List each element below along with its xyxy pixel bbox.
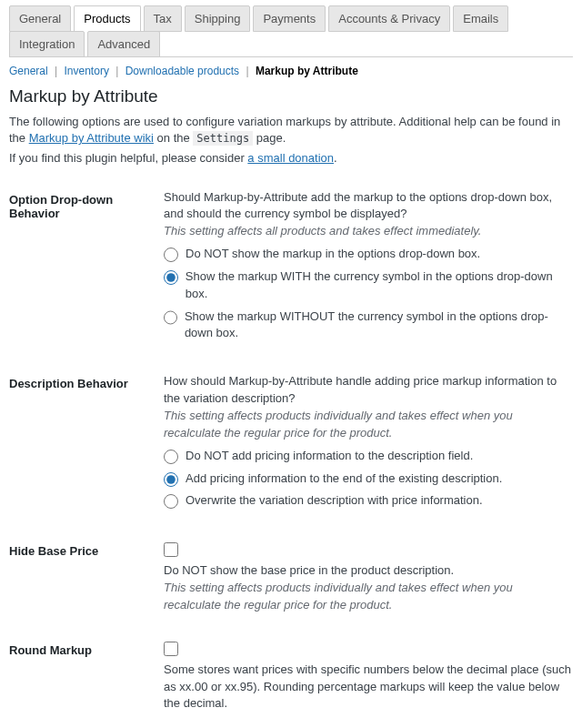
option-dropdown-radio-2-input[interactable] — [164, 270, 178, 285]
option-dropdown-sub: This setting affects all products and ta… — [164, 223, 573, 240]
tab-products[interactable]: Products — [74, 5, 140, 32]
tab-shipping[interactable]: Shipping — [185, 5, 251, 32]
top-tabs: General Products Tax Shipping Payments A… — [9, 5, 573, 57]
description-behavior-radio-1[interactable]: Do NOT add pricing information to the de… — [164, 448, 573, 465]
tab-general[interactable]: General — [9, 5, 71, 32]
sub-nav: General | Inventory | Downloadable produ… — [9, 65, 573, 77]
hide-base-price-checkbox[interactable] — [164, 542, 178, 557]
hide-base-price-checkbox-row[interactable] — [164, 541, 573, 557]
description-behavior-radio-2[interactable]: Add pricing information to the end of th… — [164, 470, 573, 488]
round-markup-checkbox-row[interactable] — [164, 640, 573, 656]
option-dropdown-radio-3[interactable]: Show the markup WITHOUT the currency sym… — [164, 308, 573, 343]
hide-base-price-check-label: Do NOT show the base price in the produc… — [164, 562, 573, 580]
tab-tax[interactable]: Tax — [144, 5, 182, 32]
tab-accounts-privacy[interactable]: Accounts & Privacy — [328, 5, 450, 32]
option-dropdown-label: Option Drop-down Behavior — [9, 178, 164, 363]
option-dropdown-lead: Should Markup-by-Attribute add the marku… — [164, 189, 573, 224]
option-dropdown-radio-2[interactable]: Show the markup WITH the currency symbol… — [164, 268, 573, 303]
description-behavior-sub: This setting affects products individual… — [164, 408, 573, 442]
round-markup-label: Round Markup — [9, 629, 164, 728]
hide-base-price-label: Hide Base Price — [9, 530, 164, 629]
tab-integration[interactable]: Integration — [9, 31, 85, 57]
subnav-inventory[interactable]: Inventory — [65, 65, 109, 77]
intro-text-1: The following options are used to config… — [9, 114, 573, 147]
hide-base-price-sub: This setting affects products individual… — [164, 580, 573, 614]
round-markup-checkbox[interactable] — [164, 642, 178, 656]
description-behavior-radio-3[interactable]: Overwrite the variation description with… — [164, 492, 573, 510]
description-behavior-radio-1-input[interactable] — [164, 450, 178, 464]
subnav-general[interactable]: General — [9, 65, 48, 77]
round-markup-help: Some stores want prices with specific nu… — [164, 662, 573, 713]
tab-emails[interactable]: Emails — [453, 5, 508, 32]
intro-text-2: If you find this plugin helpful, please … — [9, 150, 573, 167]
settings-table: Option Drop-down Behavior Should Markup-… — [9, 178, 573, 728]
description-behavior-radio-2-input[interactable] — [164, 472, 178, 487]
option-dropdown-radio-3-input[interactable] — [164, 310, 177, 325]
tab-payments[interactable]: Payments — [253, 5, 326, 32]
page-title: Markup by Attribute — [9, 86, 573, 106]
subnav-downloadable[interactable]: Downloadable products — [125, 65, 239, 77]
subnav-markup-by-attribute: Markup by Attribute — [256, 65, 358, 77]
description-behavior-lead: How should Markup-by-Attribute handle ad… — [164, 373, 573, 408]
option-dropdown-radio-1-input[interactable] — [164, 248, 178, 262]
description-behavior-radio-3-input[interactable] — [164, 494, 178, 509]
wiki-link[interactable]: Markup by Attribute wiki — [29, 131, 154, 145]
description-behavior-label: Description Behavior — [9, 362, 164, 530]
settings-code: Settings — [193, 131, 253, 146]
tab-advanced[interactable]: Advanced — [87, 31, 160, 57]
option-dropdown-radio-1[interactable]: Do NOT show the markup in the options dr… — [164, 246, 573, 263]
donation-link[interactable]: a small donation — [247, 151, 334, 165]
